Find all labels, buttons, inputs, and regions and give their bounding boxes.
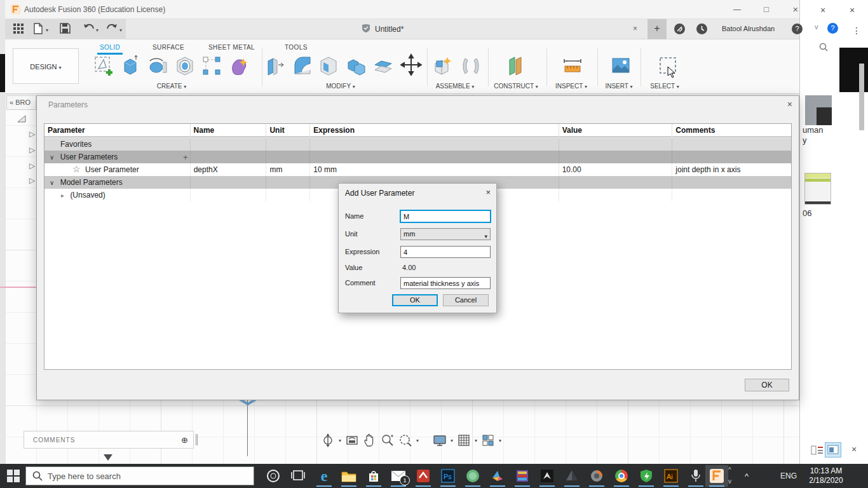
new-component-icon[interactable] xyxy=(432,55,454,78)
name-field[interactable] xyxy=(400,210,491,222)
add-user-parameter-icon[interactable]: + xyxy=(183,152,188,162)
task-view-icon[interactable] xyxy=(291,468,310,484)
pan-icon[interactable] xyxy=(363,433,377,447)
favorite-star-icon[interactable]: ☆ xyxy=(72,164,81,174)
viewports-caret-icon[interactable]: ▾ xyxy=(499,438,501,444)
zoom-icon[interactable] xyxy=(381,433,395,447)
measure-icon[interactable] xyxy=(562,55,583,78)
shell-icon[interactable] xyxy=(318,55,339,78)
taskbar-edge-icon[interactable]: e xyxy=(313,465,336,487)
comments-bar-grip[interactable] xyxy=(196,434,198,445)
group-label-insert[interactable]: INSERT ▾ xyxy=(605,83,632,90)
background-menu-dots-icon[interactable]: ⋮ xyxy=(852,25,861,36)
table-row-depthx[interactable]: ☆ User Parameter depthX mm 10 mm 10.00 j… xyxy=(44,163,791,176)
expand-unsaved-icon[interactable]: ▸ xyxy=(61,192,64,199)
extensions-icon[interactable] xyxy=(674,23,686,37)
taskbar-fusion360-icon[interactable] xyxy=(705,465,728,487)
grid-settings-icon[interactable] xyxy=(457,433,471,447)
table-row-user-parameters[interactable]: ∨ User Parameters + xyxy=(44,151,791,163)
group-label-modify[interactable]: MODIFY ▾ xyxy=(326,83,355,90)
taskbar-paint3d-icon[interactable] xyxy=(486,465,509,487)
comments-bar[interactable]: COMMENTS ⊕ xyxy=(24,431,194,449)
viewports-icon[interactable] xyxy=(481,433,495,447)
add-dialog-close-icon[interactable]: × xyxy=(485,187,491,197)
grid-settings-caret-icon[interactable]: ▾ xyxy=(475,438,477,444)
start-button[interactable] xyxy=(6,469,22,483)
add-dialog-cancel-button[interactable]: Cancel xyxy=(443,294,489,306)
taskbar-photoshop-icon[interactable]: Ps xyxy=(437,465,459,487)
joint-icon[interactable] xyxy=(460,55,482,78)
orbit-icon[interactable] xyxy=(321,433,335,447)
document-tab[interactable]: Untitled* xyxy=(361,19,403,39)
press-pull-icon[interactable] xyxy=(264,55,286,78)
group-label-create[interactable]: CREATE ▾ xyxy=(157,83,187,90)
taskbar-scroll-up-icon[interactable]: ^ xyxy=(728,466,731,473)
background-thumbnail-view-icon[interactable] xyxy=(825,442,841,458)
taskbar-clock[interactable]: 10:13 AM 2/18/2020 xyxy=(802,466,850,485)
taskbar-search[interactable]: Type here to search xyxy=(25,466,254,485)
tab-sheet-metal[interactable]: SHEET METAL xyxy=(206,42,257,53)
comment-field[interactable] xyxy=(400,277,491,289)
group-label-construct[interactable]: CONSTRUCT ▾ xyxy=(494,83,538,90)
redo-icon[interactable] xyxy=(105,23,119,36)
taskbar-mail-icon[interactable]: 1 xyxy=(387,465,410,487)
revolve-icon[interactable] xyxy=(147,55,169,78)
cortana-icon[interactable] xyxy=(266,468,285,484)
combine-icon[interactable] xyxy=(346,55,367,78)
document-tab-close-icon[interactable]: × xyxy=(633,24,637,33)
extrude-icon[interactable] xyxy=(119,55,141,78)
background-image-thumbnail[interactable] xyxy=(805,95,832,125)
group-label-select[interactable]: SELECT ▾ xyxy=(650,83,679,90)
hole-icon[interactable] xyxy=(174,55,196,78)
workspace-selector[interactable]: DESIGN ▾ xyxy=(13,48,79,84)
fillet-icon[interactable] xyxy=(291,55,313,78)
table-row-favorites[interactable]: Favorites xyxy=(44,138,791,151)
background-search-icon[interactable] xyxy=(818,42,829,55)
taskbar-illustrator-icon[interactable]: Ai xyxy=(660,465,682,487)
background-close-icon-2[interactable]: × xyxy=(850,5,855,15)
expand-user-parameters-icon[interactable]: ∨ xyxy=(50,154,54,161)
tab-solid[interactable]: SOLID xyxy=(97,42,123,55)
browser-root-icon[interactable] xyxy=(17,114,27,126)
taskbar-pyramid-app-icon[interactable] xyxy=(560,465,583,487)
taskbar-chrome-icon[interactable] xyxy=(610,465,633,487)
add-comment-icon[interactable]: ⊕ xyxy=(181,435,188,445)
redo-caret-icon[interactable]: ▾ xyxy=(119,27,122,33)
taskbar-cura-icon[interactable] xyxy=(585,465,608,487)
maximize-button[interactable]: □ xyxy=(752,0,780,19)
help-icon[interactable]: ? xyxy=(792,24,803,34)
expression-field[interactable] xyxy=(400,246,491,258)
parameters-ok-button[interactable]: OK xyxy=(745,379,789,391)
browser-item-expand-icon-4[interactable]: ▷ xyxy=(29,176,35,185)
background-panel-close-icon[interactable]: × xyxy=(851,444,857,454)
save-icon[interactable] xyxy=(60,23,74,36)
parameters-dialog-close-icon[interactable]: × xyxy=(787,99,792,109)
browser-panel-header[interactable]: « BRO xyxy=(6,95,36,110)
file-menu-caret-icon[interactable]: ▾ xyxy=(46,27,48,33)
background-help-icon[interactable]: ? xyxy=(827,23,838,34)
tray-show-hidden-icon[interactable]: ^ xyxy=(745,471,749,481)
tab-surface[interactable]: SURFACE xyxy=(150,42,187,53)
language-indicator[interactable]: ENG xyxy=(780,471,797,480)
undo-icon[interactable] xyxy=(83,23,97,36)
browser-item-expand-icon-2[interactable]: ▷ xyxy=(29,146,35,154)
minimize-button[interactable]: — xyxy=(723,0,751,19)
taskbar-winrar-icon[interactable] xyxy=(511,465,534,487)
pattern-icon[interactable] xyxy=(201,55,222,78)
construct-plane-icon[interactable] xyxy=(505,55,526,78)
orbit-caret-icon[interactable]: ▾ xyxy=(339,438,341,444)
insert-image-icon[interactable] xyxy=(610,55,632,78)
group-label-inspect[interactable]: INSPECT ▾ xyxy=(555,83,587,90)
taskbar-store-icon[interactable] xyxy=(362,465,385,487)
look-at-icon[interactable] xyxy=(345,433,359,447)
offset-face-icon[interactable] xyxy=(372,55,394,78)
display-settings-icon[interactable] xyxy=(433,433,447,447)
taskbar-grasshopper-icon[interactable] xyxy=(461,465,484,487)
user-name[interactable]: Batool Alrushdan xyxy=(722,25,775,32)
app-grid-icon[interactable] xyxy=(13,23,27,36)
taskbar-3d-app-icon[interactable] xyxy=(536,465,559,487)
tab-tools[interactable]: TOOLS xyxy=(282,42,310,53)
file-menu-icon[interactable] xyxy=(33,23,47,36)
browser-item-expand-icon-3[interactable]: ▷ xyxy=(29,161,35,170)
zoom-window-icon[interactable] xyxy=(398,433,412,447)
